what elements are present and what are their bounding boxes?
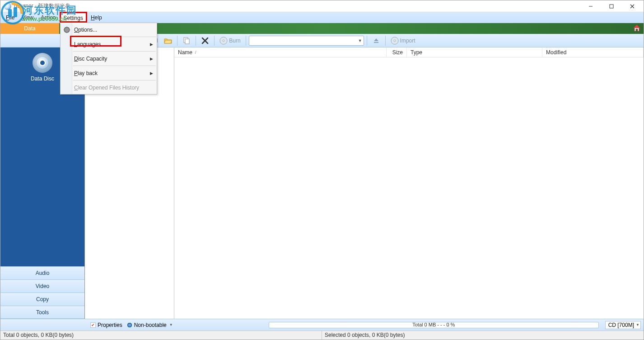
svg-rect-13 [185,39,189,44]
menu-file[interactable]: File [2,12,18,23]
menu-play-back[interactable]: Play back▶ [61,66,157,80]
menu-view[interactable]: View [18,12,37,23]
gear-icon [127,322,132,328]
disc-capacity-selector[interactable]: CD [700M] ▼ [605,321,641,329]
app-icon [4,3,11,10]
settings-dropdown: Options... Languages▶ Disc Capacity▶ Pla… [60,23,157,94]
menu-clear-history[interactable]: Clear Opened Files History [61,81,157,94]
list-header: Name/ Size Type Modified [174,47,644,57]
bootable-selector[interactable]: Non-bootable ▼ [127,322,173,328]
chevron-right-icon: ▶ [150,71,153,76]
statusbar: Total 0 objects, 0 KB(0 bytes) Selected … [0,331,644,340]
col-modified[interactable]: Modified [542,47,644,57]
open-button[interactable] [162,35,174,46]
sidebar-copy[interactable]: Copy [0,293,84,306]
app-window: 河东软件园 www.pc0359.cn gBurner - 新建数据光盘 Fil… [0,0,644,340]
eject-icon [372,37,380,45]
gear-icon [63,26,70,33]
maximize-button[interactable] [601,1,622,12]
delete-button[interactable] [199,35,211,46]
col-type[interactable]: Type [407,47,542,57]
burn-disc-icon [219,37,228,45]
footer-bar: ✔ Properties Non-bootable ▼ Total 0 MB -… [0,319,644,331]
menu-help[interactable]: Help [87,12,106,23]
burn-button[interactable]: Burn [217,35,243,46]
sidebar-audio[interactable]: Audio [0,266,84,279]
data-disc-label: Data Disc [31,76,54,82]
sidebar-video[interactable]: Video [0,279,84,293]
import-button[interactable]: Import [388,35,418,46]
svg-rect-4 [610,5,613,8]
col-name[interactable]: Name/ [174,47,387,57]
status-selected: Selected 0 objects, 0 KB(0 bytes) [322,331,644,340]
eject-button[interactable] [370,35,383,46]
delete-icon [201,37,209,45]
copy-button[interactable] [180,35,193,46]
data-disc-icon[interactable] [33,53,52,73]
svg-point-18 [394,40,396,42]
close-button[interactable] [622,1,643,12]
menu-action[interactable]: Action [37,12,59,23]
sort-asc-icon: / [195,50,196,55]
chevron-down-icon: ▼ [358,38,362,43]
progress-label: Total 0 MB - - - 0 % [269,322,598,327]
folder-open-icon [164,37,172,45]
import-disc-icon [391,37,399,45]
menu-options[interactable]: Options... [61,23,157,36]
check-icon: ✔ [90,322,96,328]
minimize-button[interactable] [580,1,601,12]
col-size[interactable]: Size [387,47,407,57]
chevron-right-icon: ▶ [150,42,153,47]
svg-rect-16 [374,42,378,43]
list-body[interactable] [174,57,644,319]
menu-settings[interactable]: Settings [60,12,87,23]
burn-label: Burn [229,38,240,44]
menubar: File View Action Settings Help Options..… [0,12,644,23]
import-label: Import [400,38,415,44]
copy-icon [182,37,191,45]
titlebar: gBurner - 新建数据光盘 [0,0,644,12]
menu-languages[interactable]: Languages▶ [61,38,157,51]
home-icon[interactable] [633,24,641,32]
properties-button[interactable]: ✔ Properties [90,322,122,328]
chevron-down-icon: ▼ [169,323,173,327]
drive-combo[interactable]: ▼ [249,36,364,46]
status-total: Total 0 objects, 0 KB(0 bytes) [0,331,322,340]
chevron-down-icon: ▼ [636,323,639,327]
banner-tab-data[interactable]: Data [0,25,59,32]
chevron-right-icon: ▶ [150,57,153,61]
capacity-progress: Total 0 MB - - - 0 % [269,322,599,328]
window-title: gBurner - 新建数据光盘 [14,2,70,10]
list-panel: Name/ Size Type Modified [174,47,644,319]
svg-point-15 [223,40,224,42]
sidebar-tools[interactable]: Tools [0,306,84,319]
menu-disc-capacity[interactable]: Disc Capacity▶ [61,52,157,65]
